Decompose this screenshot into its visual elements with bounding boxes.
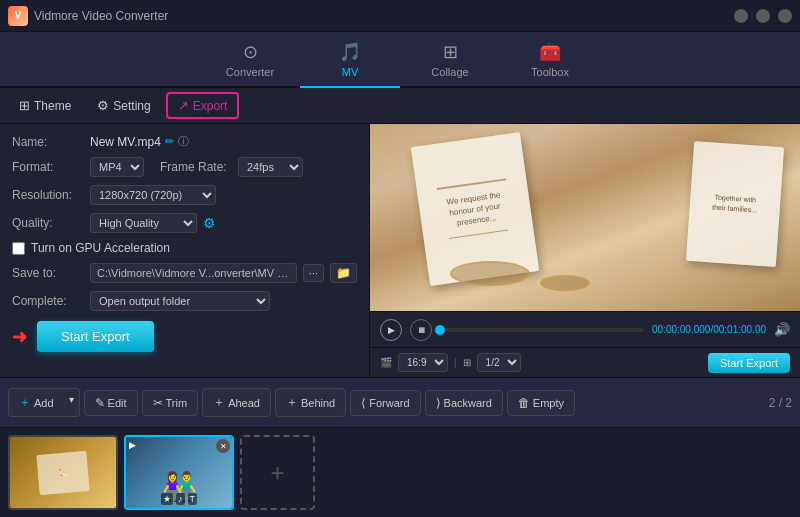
format-row: Format: MP4 MKV AVI Frame Rate: 24fps 30…: [12, 157, 357, 177]
forward-button[interactable]: ⟨ Forward: [350, 390, 420, 416]
volume-icon[interactable]: 🔊: [774, 322, 790, 337]
info-icon[interactable]: ⓘ: [178, 134, 189, 149]
collage-icon: ⊞: [443, 41, 458, 63]
saveto-label: Save to:: [12, 266, 84, 280]
close-button[interactable]: ✕: [778, 9, 792, 23]
tab-toolbox-label: Toolbox: [531, 66, 569, 78]
aspect-select[interactable]: 16:9 4:3 1:1: [398, 353, 448, 372]
quality-settings-icon[interactable]: ⚙: [203, 215, 216, 231]
progress-dot: [435, 325, 445, 335]
toolbox-icon: 🧰: [539, 41, 561, 63]
tab-mv-label: MV: [342, 66, 359, 78]
export-icon: ↗: [178, 98, 189, 113]
ahead-icon: ＋: [213, 394, 225, 411]
framerate-select[interactable]: 24fps 30fps 60fps: [238, 157, 303, 177]
add-clip-icon: +: [270, 459, 284, 487]
complete-row: Complete: Open output folder Do nothing: [12, 291, 357, 311]
page-select[interactable]: 1/2 2/2: [477, 353, 521, 372]
edit-button[interactable]: ✎ Edit: [84, 390, 138, 416]
gpu-checkbox[interactable]: [12, 242, 25, 255]
thumb-icons: ★ ♪ T: [126, 493, 232, 505]
name-text: New MV.mp4: [90, 135, 161, 149]
bottom-toolbar: ＋ Add ▾ ✎ Edit ✂ Trim ＋ Ahead ＋ Behind ⟨…: [0, 377, 800, 427]
saveto-path: C:\Vidmore\Vidmore V...onverter\MV Expor…: [90, 263, 297, 283]
setting-button[interactable]: ⚙ Setting: [86, 93, 161, 118]
filmstrip: 📜 👫 ✕ ▶ ★ ♪ T +: [0, 427, 800, 517]
page-count: 2 / 2: [769, 396, 792, 410]
start-export-small-button[interactable]: Start Export: [708, 353, 790, 373]
trim-button[interactable]: ✂ Trim: [142, 390, 199, 416]
filmstrip-thumb-2[interactable]: 👫 ✕ ▶ ★ ♪ T: [124, 435, 234, 510]
thumb-play-icon: ▶: [129, 440, 136, 450]
empty-button[interactable]: 🗑 Empty: [507, 390, 575, 416]
progress-bar[interactable]: [440, 328, 644, 332]
video-controls: ▶ ⏹ 00:00:00.000/00:01:00.00 🔊: [370, 311, 800, 347]
play-button[interactable]: ▶: [380, 319, 402, 341]
trim-label: Trim: [166, 397, 188, 409]
quality-select[interactable]: High Quality Medium Quality Low Quality: [90, 213, 197, 233]
minimize-button[interactable]: —: [734, 9, 748, 23]
mv-icon: 🎵: [339, 41, 361, 63]
tab-toolbox[interactable]: 🧰 Toolbox: [500, 32, 600, 88]
add-clip-button[interactable]: +: [240, 435, 315, 510]
theme-button[interactable]: ⊞ Theme: [8, 93, 82, 118]
preview-panel: We request thehonour of yourpresence... …: [370, 124, 800, 377]
name-value: New MV.mp4 ✏ ⓘ: [90, 134, 189, 149]
tab-mv[interactable]: 🎵 MV: [300, 32, 400, 88]
decorative-ring: [450, 261, 530, 286]
setting-icon: ⚙: [97, 98, 109, 113]
start-export-main-button[interactable]: Start Export: [37, 321, 154, 352]
sub-toolbar: ⊞ Theme ⚙ Setting ↗ Export: [0, 88, 800, 124]
export-button[interactable]: ↗ Export: [166, 92, 240, 119]
preview-image: We request thehonour of yourpresence... …: [370, 124, 800, 311]
add-group: ＋ Add ▾: [8, 388, 80, 417]
window-controls: — □ ✕: [734, 9, 792, 23]
time-display: 00:00:00.000/00:01:00.00: [652, 324, 766, 335]
time-total: 00:01:00.00: [713, 324, 766, 335]
edit-label: Edit: [108, 397, 127, 409]
empty-label: Empty: [533, 397, 564, 409]
backward-icon: ⟩: [436, 396, 441, 410]
start-export-area: ➜ Start Export: [12, 321, 357, 352]
saveto-dots-button[interactable]: ···: [303, 264, 324, 282]
quality-row: Quality: High Quality Medium Quality Low…: [12, 213, 357, 233]
quality-label: Quality:: [12, 216, 84, 230]
maximize-button[interactable]: □: [756, 9, 770, 23]
setting-label: Setting: [113, 99, 150, 113]
complete-select[interactable]: Open output folder Do nothing: [90, 291, 270, 311]
decorative-ring2: [540, 275, 590, 291]
trash-icon: 🗑: [518, 396, 530, 410]
arrow-indicator: ➜: [12, 326, 27, 348]
edit-name-icon[interactable]: ✏: [165, 135, 174, 148]
forward-label: Forward: [369, 397, 409, 409]
pages-icon: ⊞: [463, 357, 471, 368]
tab-collage[interactable]: ⊞ Collage: [400, 32, 500, 88]
filmstrip-thumb-1[interactable]: 📜: [8, 435, 118, 510]
thumb1-bg: 📜: [10, 437, 116, 508]
tab-converter[interactable]: ⊙ Converter: [200, 32, 300, 88]
behind-button[interactable]: ＋ Behind: [275, 388, 346, 417]
add-dropdown-arrow[interactable]: ▾: [64, 388, 80, 417]
converter-icon: ⊙: [243, 41, 258, 63]
format-select[interactable]: MP4 MKV AVI: [90, 157, 144, 177]
ahead-label: Ahead: [228, 397, 260, 409]
resolution-select[interactable]: 1280x720 (720p) 1920x1080 (1080p) 854x48…: [90, 185, 216, 205]
name-label: Name:: [12, 135, 84, 149]
stop-button[interactable]: ⏹: [410, 319, 432, 341]
ahead-button[interactable]: ＋ Ahead: [202, 388, 271, 417]
backward-button[interactable]: ⟩ Backward: [425, 390, 503, 416]
thumb-close-icon[interactable]: ✕: [216, 439, 230, 453]
complete-label: Complete:: [12, 294, 84, 308]
gpu-row: Turn on GPU Acceleration: [12, 241, 357, 255]
main-content: Name: New MV.mp4 ✏ ⓘ Format: MP4 MKV AVI…: [0, 124, 800, 377]
resolution-row: Resolution: 1280x720 (720p) 1920x1080 (1…: [12, 185, 357, 205]
theme-icon: ⊞: [19, 98, 30, 113]
saveto-row: Save to: C:\Vidmore\Vidmore V...onverter…: [12, 263, 357, 283]
saveto-folder-button[interactable]: 📁: [330, 263, 357, 283]
forward-icon: ⟨: [361, 396, 366, 410]
add-button[interactable]: ＋ Add: [8, 388, 64, 417]
card2: Together withtheir families...: [686, 141, 784, 267]
nav-tabs: ⊙ Converter 🎵 MV ⊞ Collage 🧰 Toolbox: [0, 32, 800, 88]
titlebar: V Vidmore Video Converter — □ ✕: [0, 0, 800, 32]
name-row: Name: New MV.mp4 ✏ ⓘ: [12, 134, 357, 149]
